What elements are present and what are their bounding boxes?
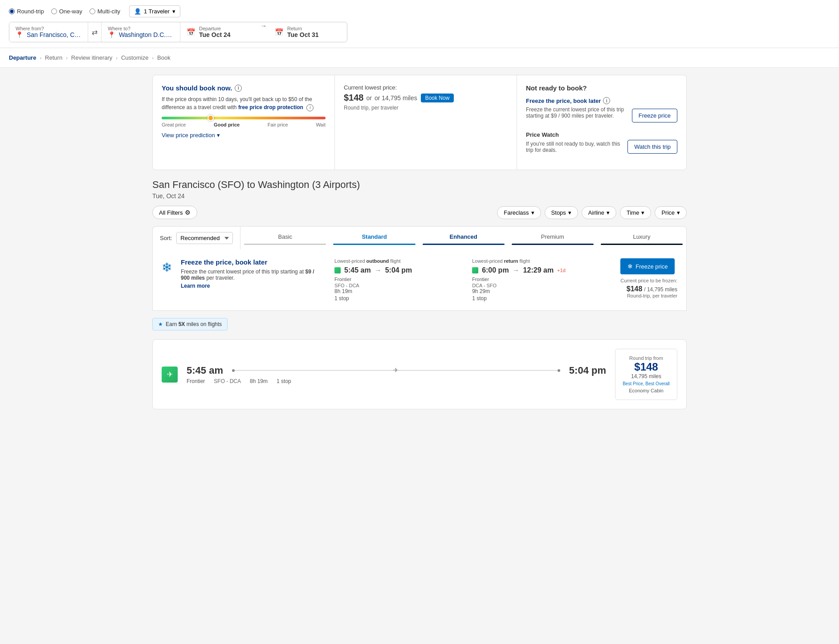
miles-banner-wrapper: ★ Earn 5X miles on flights bbox=[152, 318, 687, 336]
return-label: Lowest-priced return flight bbox=[472, 258, 595, 264]
multicity-option[interactable]: Multi-city bbox=[90, 8, 120, 15]
price-filter[interactable]: Price ▾ bbox=[655, 206, 687, 219]
freeze-card-content: Freeze the price, book later Freeze the … bbox=[181, 258, 318, 289]
all-filters-label: All Filters bbox=[159, 209, 183, 216]
fare-tab-premium[interactable]: Premium bbox=[508, 227, 597, 249]
departure-label: Departure bbox=[199, 26, 231, 31]
results-date: Tue, Oct 24 bbox=[152, 192, 687, 200]
frontier-airline-icon: ✈ bbox=[162, 367, 178, 383]
date-range-arrow: → bbox=[259, 22, 269, 42]
return-date-info: Return Tue Oct 31 bbox=[287, 26, 319, 38]
view-prediction-link[interactable]: View price prediction ▾ bbox=[162, 132, 326, 139]
fare-tab-enhanced[interactable]: Enhanced bbox=[419, 227, 508, 249]
traveler-label: 1 Traveler bbox=[144, 8, 170, 15]
to-label: Where to? bbox=[108, 26, 174, 31]
per-traveler-label: Round trip, per traveler bbox=[344, 105, 508, 111]
flight-duration-sub: 8h 19m bbox=[250, 378, 268, 384]
fareclass-filter[interactable]: Fareclass ▾ bbox=[497, 206, 541, 219]
breadcrumb-sep-3: › bbox=[116, 55, 118, 61]
fare-tab-basic[interactable]: Basic bbox=[240, 227, 330, 249]
plane-icon: ✈ bbox=[393, 367, 399, 374]
dest-paren: (3 Airports) bbox=[312, 179, 360, 190]
breadcrumb-book[interactable]: Book bbox=[157, 54, 171, 61]
filters-left: All Filters ⚙ bbox=[152, 206, 197, 219]
return-label: Return bbox=[287, 26, 319, 31]
star-icon: ★ bbox=[158, 321, 163, 327]
learn-more-link[interactable]: Learn more bbox=[181, 283, 318, 289]
miles-banner: ★ Earn 5X miles on flights bbox=[152, 318, 228, 330]
great-price-label: Great price bbox=[162, 122, 186, 127]
breadcrumb-return[interactable]: Return bbox=[45, 54, 62, 61]
search-top: Round-trip One-way Multi-city 👤 1 Travel… bbox=[9, 5, 830, 17]
roundtrip-option[interactable]: Round-trip bbox=[9, 8, 44, 15]
breadcrumb-customize[interactable]: Customize bbox=[121, 54, 148, 61]
departure-date-field[interactable]: 📅 Departure Tue Oct 24 bbox=[180, 22, 259, 42]
breadcrumb: Departure › Return › Review itinerary › … bbox=[0, 48, 839, 68]
freeze-desc: Freeze the current lowest price of this … bbox=[526, 106, 627, 119]
book-now-button[interactable]: Book Now bbox=[421, 94, 454, 102]
freeze-action-row: Freeze the current lowest price of this … bbox=[526, 106, 677, 124]
return-time-arrow: → bbox=[513, 266, 520, 274]
wait-label: Wait bbox=[316, 122, 326, 127]
from-value: 📍 San Francisco, California (... bbox=[16, 31, 81, 38]
sort-select[interactable]: Recommended bbox=[176, 232, 233, 244]
time-filter[interactable]: Time ▾ bbox=[620, 206, 651, 219]
freeze-to-be-label: Current price to be frozen: bbox=[620, 278, 677, 283]
watch-trip-button[interactable]: Watch this trip bbox=[627, 140, 677, 154]
all-filters-button[interactable]: All Filters ⚙ bbox=[152, 206, 197, 219]
airline-filter[interactable]: Airline ▾ bbox=[582, 206, 616, 219]
return-flight-col: Lowest-priced return flight 6:00 pm → 12… bbox=[465, 258, 603, 302]
fare-class-tabs: Basic Standard Enhanced Premium Luxury bbox=[240, 227, 686, 249]
return-times: 6:00 pm → 12:29 am +1d bbox=[472, 266, 595, 274]
flight-stops-sub: 1 stop bbox=[277, 378, 291, 384]
oneway-radio[interactable] bbox=[51, 8, 57, 14]
freeze-price-col: ❄ Freeze price Current price to be froze… bbox=[611, 258, 677, 298]
freeze-info-icon[interactable]: i bbox=[603, 97, 610, 104]
filters-row: All Filters ⚙ Fareclass ▾ Stops ▾ Airlin… bbox=[152, 206, 687, 219]
outbound-times: 5:45 am → 5:04 pm bbox=[334, 266, 458, 274]
protection-info-icon[interactable]: i bbox=[306, 104, 314, 111]
origin-code: (SFO) to bbox=[218, 179, 258, 190]
good-price-label: Good price bbox=[214, 122, 240, 127]
price-chevron: ▾ bbox=[677, 209, 680, 216]
to-field[interactable]: Where to? 📍 Washington D.C. (3 Airports) bbox=[102, 22, 180, 42]
fare-tab-luxury[interactable]: Luxury bbox=[597, 227, 686, 249]
price-card: You should book now. i If the price drop… bbox=[152, 75, 687, 170]
current-price-label: Current lowest price: bbox=[344, 84, 508, 91]
fareclass-chevron: ▾ bbox=[531, 209, 534, 216]
outbound-duration: 8h 19m bbox=[334, 288, 458, 294]
flight-line-bar: ✈ bbox=[232, 369, 560, 372]
breadcrumb-sep-4: › bbox=[152, 55, 154, 61]
roundtrip-label: Round-trip bbox=[17, 8, 44, 15]
oneway-option[interactable]: One-way bbox=[51, 8, 82, 15]
filter-icon: ⚙ bbox=[185, 209, 191, 216]
stops-filter[interactable]: Stops ▾ bbox=[545, 206, 578, 219]
traveler-button[interactable]: 👤 1 Traveler ▾ bbox=[129, 5, 180, 17]
fair-price-label: Fair price bbox=[268, 122, 288, 127]
from-field[interactable]: Where from? 📍 San Francisco, California … bbox=[9, 22, 88, 42]
outbound-label: Lowest-priced outbound flight bbox=[334, 258, 458, 264]
flight-price-col[interactable]: Round trip from $148 14,795 miles Best P… bbox=[615, 349, 677, 400]
freeze-btn-snowflake: ❄ bbox=[627, 263, 633, 270]
time-label: Time bbox=[627, 209, 639, 216]
price-bar bbox=[162, 117, 326, 119]
swap-button[interactable]: ⇄ bbox=[88, 22, 102, 42]
breadcrumb-departure[interactable]: Departure bbox=[9, 54, 36, 61]
dest-location-icon: 📍 bbox=[108, 31, 115, 38]
freeze-price-button[interactable]: Freeze price bbox=[632, 109, 677, 122]
miles-amount: or 14,795 miles bbox=[375, 94, 417, 102]
return-date-field[interactable]: 📅 Return Tue Oct 31 bbox=[269, 22, 347, 42]
fare-tab-standard[interactable]: Standard bbox=[330, 227, 419, 249]
price-label: Price bbox=[661, 209, 675, 216]
flight-result-card[interactable]: ✈ 5:45 am ✈ 5:04 pm Frontier SF bbox=[152, 339, 687, 409]
should-book-info-icon[interactable]: i bbox=[235, 85, 242, 92]
multicity-radio[interactable] bbox=[90, 8, 95, 14]
freeze-price-card-button[interactable]: ❄ Freeze price bbox=[620, 258, 675, 274]
search-fields: Where from? 📍 San Francisco, California … bbox=[9, 22, 347, 42]
free-protection-link[interactable]: free price drop protection bbox=[238, 104, 303, 110]
arr-dot bbox=[558, 369, 560, 372]
breadcrumb-review[interactable]: Review itinerary bbox=[71, 54, 112, 61]
price-bar-container: Great price Good price Fair price Wait bbox=[162, 117, 326, 127]
roundtrip-radio[interactable] bbox=[9, 8, 15, 14]
freeze-price-label: Freeze the price, book later i bbox=[526, 97, 677, 104]
